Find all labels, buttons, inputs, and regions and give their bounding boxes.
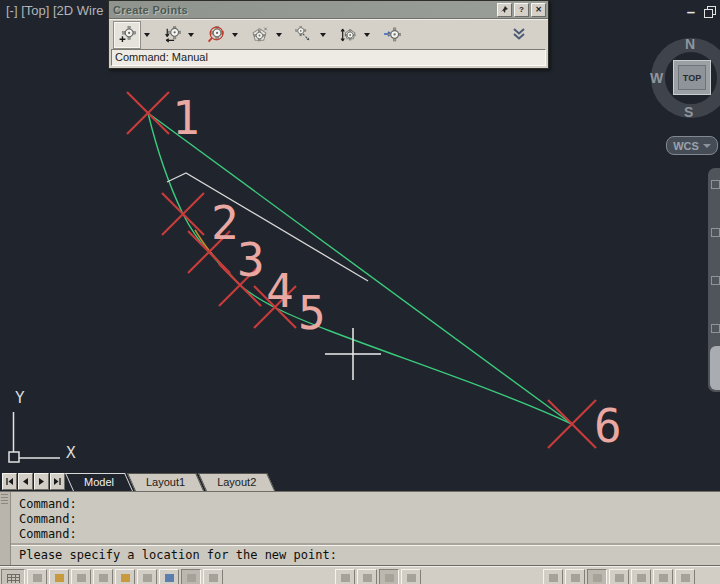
- statusbar-cleanscreen-button[interactable]: [675, 569, 695, 584]
- navbar-thumb[interactable]: [710, 346, 720, 390]
- wcs-label: WCS: [673, 140, 699, 152]
- viewcube-top-label: TOP: [678, 65, 706, 90]
- restore-button[interactable]: [704, 6, 716, 18]
- statusbar-snap-toggle[interactable]: [27, 569, 47, 584]
- statusbar-autoscale-toggle[interactable]: [587, 569, 607, 584]
- polyline-vertex-point-icon: [251, 26, 269, 44]
- statusbar-paper-toggle[interactable]: [379, 569, 399, 584]
- palette-title-bar[interactable]: Create Points ? ✕: [109, 1, 548, 19]
- point-label-5: 5: [298, 286, 326, 340]
- next-tab-icon: [37, 477, 46, 486]
- statusbar-workspace-button[interactable]: [609, 569, 629, 584]
- statusbar-lwt-toggle[interactable]: [181, 569, 201, 584]
- chevron-down-icon: [144, 33, 150, 37]
- command-history-line: Command:: [19, 512, 712, 527]
- statusbar-osnap-toggle[interactable]: [93, 569, 113, 584]
- first-tab-button[interactable]: [2, 473, 17, 490]
- measure-object-point-icon: [295, 26, 313, 44]
- layout-tab-row: Model Layout1 Layout2: [0, 470, 720, 491]
- palette-title: Create Points: [113, 4, 495, 16]
- double-chevron-down-icon: [510, 27, 528, 42]
- statusbar-qp-toggle[interactable]: [203, 569, 223, 584]
- pin-button[interactable]: [497, 3, 512, 17]
- resection-point-icon: [207, 26, 225, 44]
- viewcube-west[interactable]: W: [650, 70, 663, 86]
- create-points-toolbar: [109, 19, 548, 49]
- help-button[interactable]: ?: [514, 3, 529, 17]
- navbar-wheel-icon[interactable]: [711, 180, 720, 189]
- first-tab-icon: [5, 477, 14, 486]
- command-prompt-line[interactable]: Please specify a location for the new po…: [11, 545, 720, 567]
- manual-point-dropdown[interactable]: [140, 24, 153, 46]
- command-window-drag-handle[interactable]: [0, 492, 11, 567]
- point-label-4: 4: [266, 264, 294, 318]
- navbar-orbit-icon[interactable]: [711, 324, 720, 333]
- resection-point-button[interactable]: [204, 23, 228, 47]
- point-label-1: 1: [172, 91, 200, 145]
- viewcube-north[interactable]: N: [685, 36, 695, 52]
- station-offset-dropdown[interactable]: [184, 24, 197, 46]
- statusbar-annovis-button[interactable]: [565, 569, 585, 584]
- previous-tab-icon: [21, 477, 30, 486]
- window-controls: –: [687, 6, 716, 18]
- create-points-palette: Create Points ? ✕: [108, 0, 549, 69]
- statusbar-otrack-toggle[interactable]: [115, 569, 135, 584]
- viewport-controls-label[interactable]: [-] [Top] [2D Wire: [6, 3, 104, 18]
- polyline-vertex-point-button[interactable]: [248, 23, 272, 47]
- viewcube-top-face[interactable]: TOP: [673, 60, 711, 95]
- statusbar-lock-button[interactable]: [631, 569, 651, 584]
- palette-command-prompt[interactable]: Command: Manual: [111, 49, 546, 66]
- grid-icon: [7, 574, 20, 583]
- point-marker-6: [548, 400, 596, 448]
- next-tab-button[interactable]: [34, 473, 49, 490]
- expand-toolbar-button[interactable]: [507, 23, 531, 47]
- chevron-down-icon: [364, 33, 370, 37]
- close-button[interactable]: ✕: [531, 3, 546, 17]
- viewcube-south[interactable]: S: [684, 104, 693, 120]
- tab-scroll-buttons: [2, 473, 65, 490]
- last-tab-button[interactable]: [50, 473, 65, 490]
- measure-object-dropdown[interactable]: [316, 24, 329, 46]
- manual-point-button[interactable]: [114, 22, 140, 48]
- statusbar-hardware-button[interactable]: [653, 569, 673, 584]
- green-line-1-6: [148, 113, 572, 424]
- tab-layout2[interactable]: Layout2: [202, 473, 271, 491]
- command-text-area[interactable]: Command: Command: Command: Please specif…: [11, 492, 720, 567]
- statusbar-annoscale-button[interactable]: [543, 569, 563, 584]
- statusbar-layout-button[interactable]: [357, 569, 377, 584]
- grip-dots-icon: [1, 494, 8, 504]
- station-offset-point-button[interactable]: [160, 23, 184, 47]
- command-history-line: Command:: [19, 527, 712, 542]
- measure-object-point-button[interactable]: [292, 23, 316, 47]
- command-history: Command: Command: Command:: [11, 492, 720, 545]
- navbar-zoom-icon[interactable]: [711, 276, 720, 285]
- statusbar-annotation-button[interactable]: [401, 569, 421, 584]
- crosshair-cursor: [325, 328, 381, 380]
- slope-point-button[interactable]: [380, 23, 404, 47]
- statusbar-dyn-toggle[interactable]: [159, 569, 179, 584]
- previous-tab-button[interactable]: [18, 473, 33, 490]
- chevron-down-icon: [188, 33, 194, 37]
- statusbar-polar-toggle[interactable]: [71, 569, 91, 584]
- navbar-pan-icon[interactable]: [711, 228, 720, 237]
- statusbar-grid-toggle[interactable]: [1, 569, 25, 584]
- interpolate-point-icon: [339, 26, 357, 44]
- interpolate-dropdown[interactable]: [360, 24, 373, 46]
- statusbar-ortho-toggle[interactable]: [49, 569, 69, 584]
- resection-dropdown[interactable]: [228, 24, 241, 46]
- interpolate-point-button[interactable]: [336, 23, 360, 47]
- minimize-button[interactable]: –: [687, 7, 695, 17]
- polyline-vertex-dropdown[interactable]: [272, 24, 285, 46]
- statusbar-ducs-toggle[interactable]: [137, 569, 157, 584]
- ucs-y-label: Y: [15, 388, 25, 407]
- command-line-window: Command: Command: Command: Please specif…: [0, 491, 720, 567]
- statusbar-model-button[interactable]: [335, 569, 355, 584]
- point-label-3: 3: [237, 233, 265, 287]
- wcs-dropdown[interactable]: WCS: [666, 136, 718, 155]
- chevron-down-icon: [703, 144, 711, 148]
- point-label-2: 2: [211, 196, 239, 250]
- application-window: { "viewport": { "label": "[-] [Top] [2D …: [0, 0, 720, 584]
- tab-model[interactable]: Model: [69, 473, 129, 491]
- tab-layout1[interactable]: Layout1: [131, 473, 200, 491]
- status-bar: [0, 566, 720, 584]
